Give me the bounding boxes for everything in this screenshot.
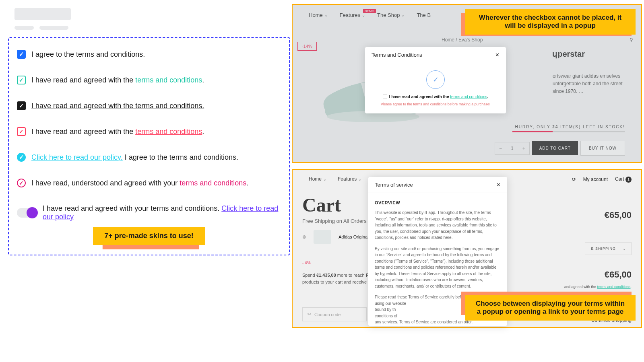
skins-showcase: I agree to the terms and conditions. I h… xyxy=(8,37,290,255)
terms-link[interactable]: terms and conditions xyxy=(180,179,246,187)
screenshot-popup-demo: Home Features The Shop The B DEMO Home /… xyxy=(292,4,642,163)
screenshot-terms-popup: Home Features The Sh ⟳ My account Cart 1… xyxy=(292,169,642,328)
checkbox-cyan-round[interactable] xyxy=(17,153,26,162)
checkbox-red[interactable] xyxy=(17,127,26,136)
check-ring-icon: ✓ xyxy=(426,70,445,89)
callout-skins: 7+ pre-made skins to use! xyxy=(93,227,205,245)
checkbox-teal[interactable] xyxy=(17,76,26,84)
policy-link[interactable]: Click here to read our policy. xyxy=(31,153,123,161)
skin-text: Click here to read our policy. I agree t… xyxy=(31,153,238,162)
popup-cb-text: I have read and agreed with the terms an… xyxy=(389,95,489,99)
annotation-bottom: Choose between displaying your terms wit… xyxy=(465,295,636,321)
skin-text: I have read, understood and agreed with … xyxy=(31,179,248,187)
placeholder-block xyxy=(14,8,71,20)
skin-text: I have read and agreed with your terms a… xyxy=(43,204,281,221)
close-icon[interactable]: ✕ xyxy=(495,52,500,58)
placeholder-lines xyxy=(14,26,290,30)
terms-link[interactable]: terms and conditions xyxy=(135,128,202,136)
popup-checkbox[interactable] xyxy=(383,95,387,99)
skin-text: I have read and agreed with the terms an… xyxy=(31,102,204,110)
terms-popup: Terms and Conditions ✕ ✓ I have read and… xyxy=(365,47,506,113)
popup-title: Terms and Conditions xyxy=(372,52,422,58)
terms-link[interactable]: terms and conditions xyxy=(135,76,202,84)
checkbox-blue[interactable] xyxy=(17,50,26,59)
toggle-switch[interactable] xyxy=(17,208,37,218)
skin-text: I have read and agreed with the terms an… xyxy=(31,128,204,136)
close-icon[interactable]: ✕ xyxy=(496,182,501,188)
skin-text: I have read and agreed with the terms an… xyxy=(31,76,204,84)
popup-error: Please agree to the terms and conditions… xyxy=(372,102,499,106)
skin-text: I agree to the terms and conditions. xyxy=(31,50,145,59)
terms-link[interactable]: terms and conditions xyxy=(450,95,487,99)
annotation-top: Wherever the checkbox cannot be placed, … xyxy=(465,9,636,35)
popup-title: Terms of service xyxy=(375,182,413,188)
checkbox-black[interactable] xyxy=(17,101,26,110)
checkbox-magenta-ring[interactable] xyxy=(17,179,26,187)
